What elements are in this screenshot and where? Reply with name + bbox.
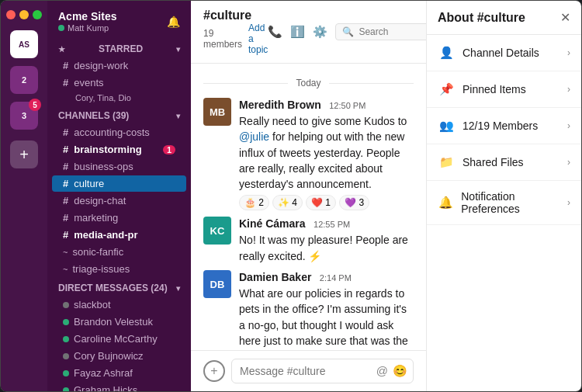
- pinned-items-label: Pinned Items: [462, 83, 526, 95]
- members-icon: 👥: [438, 117, 455, 134]
- shared-files-label: Shared Files: [462, 156, 524, 168]
- notifications-chevron: ›: [567, 197, 570, 208]
- brainstorming-badge: 1: [163, 145, 175, 154]
- starred-arrow-icon: ▾: [176, 45, 180, 54]
- sidebar-item-media-and-pr[interactable]: # media-and-pr: [52, 227, 186, 243]
- search-input[interactable]: [359, 26, 426, 37]
- shared-files-icon: 📁: [438, 154, 455, 171]
- chat-header: #culture 19 members Add a topic 📞 ℹ️ ⚙️ …: [191, 1, 426, 64]
- status-dot-brandon: [63, 319, 69, 325]
- panel-item-shared-files[interactable]: 📁 Shared Files ›: [427, 144, 581, 181]
- shared-files-chevron: ›: [567, 157, 570, 168]
- sidebar-item-caroline[interactable]: Caroline McCarthy: [52, 331, 186, 347]
- notifications-icon: 🔔: [438, 194, 453, 211]
- reaction-1a[interactable]: 🎂 2: [239, 195, 269, 210]
- sidebar-item-brainstorming[interactable]: # brainstorming 1: [52, 141, 186, 158]
- phone-icon[interactable]: 📞: [268, 25, 282, 39]
- chat-messages: Today MB Meredith Brown 12:50 PM Really …: [191, 64, 426, 350]
- panel-close-button[interactable]: ✕: [560, 10, 570, 25]
- add-message-button[interactable]: +: [203, 360, 225, 382]
- message-3: DB Damien Baker 2:14 PM What are our pol…: [191, 267, 426, 350]
- pinned-items-chevron: ›: [567, 84, 570, 95]
- message-author-2: Kiné Cámara: [239, 217, 306, 230]
- panel-item-channel-details[interactable]: 👤 Channel Details ›: [427, 35, 581, 71]
- status-dot: [58, 25, 64, 31]
- workspace-name: Acme Sites: [58, 10, 116, 23]
- message-content-2: Kiné Cámara 12:55 PM No! It was my pleas…: [239, 217, 414, 264]
- avatar-damien: DB: [203, 270, 231, 298]
- pinned-items-icon: 📌: [438, 81, 455, 98]
- reaction-1d[interactable]: 💜 3: [339, 195, 369, 210]
- channel-details-icon: 👤: [438, 44, 455, 61]
- settings-icon[interactable]: ⚙️: [313, 25, 327, 39]
- panel-item-members[interactable]: 👥 12/19 Members ›: [427, 108, 581, 144]
- sidebar-item-graham[interactable]: Graham Hicks: [52, 382, 186, 391]
- sidebar-item-accounting-costs[interactable]: # accounting-costs: [52, 124, 186, 140]
- close-button[interactable]: [6, 10, 16, 19]
- search-icon: 🔍: [342, 26, 354, 37]
- sidebar-item-slackbot[interactable]: slackbot: [52, 297, 186, 313]
- add-topic-link[interactable]: Add a topic: [248, 23, 268, 55]
- channels-section-header[interactable]: CHANNELS (39) ▾: [47, 106, 191, 123]
- workspace-badge: 5: [29, 99, 41, 111]
- message-content-1: Meredith Brown 12:50 PM Really need to g…: [239, 98, 414, 210]
- status-dot-fayaz: [63, 370, 69, 376]
- status-dot-slackbot: [63, 302, 69, 308]
- window-controls: [6, 10, 42, 19]
- sidebar-item-cory[interactable]: Cory Bujnowicz: [52, 348, 186, 364]
- sidebar-scroll-content: ★ STARRED ▾ # design-work # events Cory,…: [47, 39, 191, 391]
- panel-item-pinned[interactable]: 📌 Pinned Items ›: [427, 71, 581, 108]
- dm-arrow-icon: ▾: [176, 284, 180, 293]
- sidebar-item-brandon[interactable]: Brandon Velestuk: [52, 314, 186, 330]
- minimize-button[interactable]: [19, 10, 29, 19]
- input-action-icons: @ 😊: [376, 364, 407, 378]
- chat-input-area: + @ 😊: [191, 350, 426, 391]
- date-divider: Today: [191, 78, 426, 88]
- workspace-icon-2[interactable]: 2: [10, 66, 38, 94]
- status-dot-graham: [63, 387, 69, 392]
- info-icon[interactable]: ℹ️: [290, 25, 305, 39]
- panel-item-notifications[interactable]: 🔔 Notification Preferences ›: [427, 181, 581, 225]
- emoji-icon[interactable]: 😊: [393, 364, 407, 378]
- message-author-1: Meredith Brown: [239, 99, 321, 111]
- panel-title: About #culture: [438, 11, 525, 25]
- channel-details-label: Channel Details: [462, 47, 539, 59]
- sidebar-item-triage-issues[interactable]: ~ triage-issues: [52, 261, 186, 277]
- message-content-3: Damien Baker 2:14 PM What are our polici…: [239, 270, 414, 350]
- channel-name: #culture: [203, 9, 268, 23]
- workspace-icon-3[interactable]: 3 5: [10, 102, 38, 130]
- message-time-2: 12:55 PM: [314, 220, 350, 229]
- members-chevron: ›: [567, 120, 570, 131]
- workspace-sidebar: AS 2 3 5 +: [1, 1, 47, 391]
- sidebar-item-culture[interactable]: # culture: [52, 175, 186, 192]
- members-label: 12/19 Members: [462, 120, 538, 132]
- search-box[interactable]: 🔍: [335, 23, 426, 40]
- avatar-kine: KC: [203, 217, 231, 245]
- sidebar-item-fayaz[interactable]: Fayaz Ashraf: [52, 365, 186, 381]
- channel-details-chevron: ›: [567, 47, 570, 58]
- message-author-3: Damien Baker: [239, 271, 311, 283]
- reaction-1c[interactable]: ❤️ 1: [306, 195, 336, 210]
- message-time-3: 2:14 PM: [320, 273, 352, 283]
- dm-section-header[interactable]: DIRECT MESSAGES (24) ▾: [47, 278, 191, 296]
- sidebar-item-events[interactable]: # events Cory, Tina, Dio: [52, 75, 186, 105]
- at-input-icon[interactable]: @: [376, 364, 388, 378]
- maximize-button[interactable]: [33, 10, 42, 19]
- reaction-1b[interactable]: ✨ 4: [272, 195, 303, 210]
- sidebar-item-marketing[interactable]: # marketing: [52, 210, 186, 226]
- notifications-bell-icon[interactable]: 🔔: [167, 16, 180, 28]
- message-1: MB Meredith Brown 12:50 PM Really need t…: [191, 95, 426, 213]
- notifications-label: Notification Preferences: [461, 190, 567, 215]
- mention-julie: @julie: [239, 130, 269, 143]
- sidebar-item-design-work[interactable]: # design-work: [52, 57, 186, 74]
- add-workspace-button[interactable]: +: [10, 140, 38, 168]
- star-icon: ★: [58, 45, 65, 54]
- workspace-icon-1[interactable]: AS: [10, 30, 38, 58]
- sidebar-item-sonic-fanfic[interactable]: ~ sonic-fanfic: [52, 244, 186, 260]
- starred-section-header[interactable]: ★ STARRED ▾: [47, 39, 191, 57]
- sidebar-item-business-ops[interactable]: # business-ops: [52, 158, 186, 175]
- avatar-meredith: MB: [203, 98, 231, 126]
- sidebar-item-design-chat[interactable]: # design-chat: [52, 193, 186, 209]
- events-meta: Cory, Tina, Dio: [75, 93, 131, 102]
- status-dot-caroline: [63, 336, 69, 342]
